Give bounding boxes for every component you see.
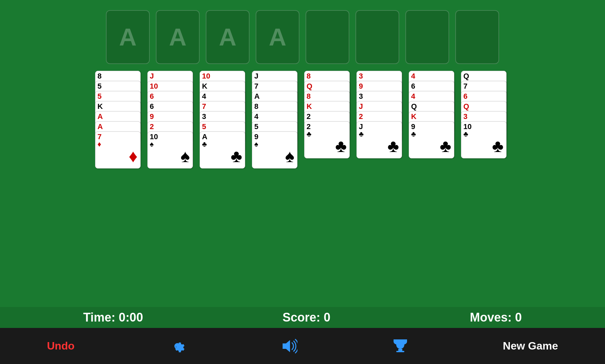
foundation-area: AAAA <box>0 0 605 71</box>
card-suit: ♣ <box>359 130 364 138</box>
svg-rect-2 <box>396 351 404 352</box>
card-rank: 8 <box>307 72 311 80</box>
card-rank: 5 <box>97 93 102 100</box>
card-rank: 7 <box>97 133 102 141</box>
card-rank: 4 <box>411 93 415 100</box>
tableau-column-0: 8 ♣ 5 ♣ 5 ♦ K ♣ <box>95 71 144 169</box>
card-rank: 10 <box>150 133 158 141</box>
card-rank: A <box>97 113 103 120</box>
moves-display: Moves: 0 <box>470 310 522 325</box>
card-rank: 6 <box>150 103 154 110</box>
card-rank: 9 <box>411 123 415 130</box>
card-center-suit: ♣ <box>492 136 503 156</box>
card-suit: ♣ <box>411 130 416 138</box>
toolbar: Undo New Game <box>0 328 605 364</box>
svg-rect-1 <box>398 349 402 351</box>
card-center-suit: ♦ <box>128 146 138 166</box>
table-row[interactable]: 7 ♦ ♦ <box>95 131 141 169</box>
new-game-label: New Game <box>503 340 558 352</box>
card-rank: J <box>359 103 363 110</box>
table-row[interactable]: 10 ♣ ♣ <box>461 121 507 158</box>
card-rank: 5 <box>254 123 258 130</box>
card-rank: 7 <box>202 103 206 110</box>
card-rank: 3 <box>202 113 206 120</box>
card-rank: A <box>254 93 260 100</box>
sound-icon <box>280 337 297 355</box>
card-rank: 6 <box>150 93 154 100</box>
card-rank: 7 <box>463 83 467 90</box>
card-rank: 4 <box>411 72 415 80</box>
table-row[interactable]: A ♣ ♣ <box>200 131 245 169</box>
tableau-area: 8 ♣ 5 ♣ 5 ♦ K ♣ <box>0 71 605 169</box>
foundation-slot-7[interactable] <box>455 10 499 64</box>
card-suit: ♣ <box>307 130 311 138</box>
tableau-column-2: 10 ♦ K ♠ 4 ♠ 7 ♥ <box>200 71 249 169</box>
foundation-slot-6[interactable] <box>405 10 449 64</box>
foundation-slot-2[interactable]: A <box>206 10 250 64</box>
card-rank: Q <box>463 103 469 110</box>
card-rank: Q <box>411 103 417 110</box>
tableau-column-1: J ♥ 10 ♥ 6 ♥ 6 ♠ <box>147 71 196 169</box>
card-rank: 6 <box>463 93 467 100</box>
foundation-slot-5[interactable] <box>355 10 399 64</box>
card-rank: 9 <box>254 133 258 141</box>
table-row[interactable]: 9 ♠ ♠ <box>252 131 297 169</box>
table-row[interactable]: 2 ♣ ♣ <box>304 121 350 158</box>
trophy-button[interactable] <box>385 334 416 358</box>
card-rank: 10 <box>202 72 210 80</box>
tableau-column-6: 4 ♥ 6 ♣ 4 ♦ Q ♠ <box>409 71 458 169</box>
card-suit: ♠ <box>254 141 258 148</box>
card-rank: 9 <box>150 113 154 120</box>
undo-button[interactable]: Undo <box>40 336 81 356</box>
card-rank: 4 <box>202 93 206 100</box>
svg-marker-0 <box>283 340 290 352</box>
new-game-button[interactable]: New Game <box>496 336 565 356</box>
card-rank: K <box>307 103 312 110</box>
card-rank: A <box>202 133 207 141</box>
card-suit: ♣ <box>202 141 207 148</box>
foundation-slot-0[interactable]: A <box>106 10 150 64</box>
card-center-suit: ♠ <box>180 146 190 166</box>
tableau-column-7: Q ♣ 7 ♣ 6 ♦ Q ♦ <box>461 71 510 169</box>
card-rank: J <box>150 72 154 80</box>
settings-button[interactable] <box>162 334 193 358</box>
time-display: Time: 0:00 <box>83 310 143 325</box>
card-center-suit: ♣ <box>387 136 399 156</box>
gear-icon <box>169 337 186 355</box>
table-row[interactable]: J ♣ ♣ <box>356 121 402 158</box>
card-rank: 3 <box>359 72 363 80</box>
card-suit: ♣ <box>463 130 468 138</box>
card-rank: J <box>254 72 258 80</box>
card-rank: 6 <box>411 83 415 90</box>
card-center-suit: ♣ <box>440 136 451 156</box>
card-rank: 2 <box>307 113 311 120</box>
card-rank: 10 <box>150 83 158 90</box>
tableau-column-5: 3 ♥ 9 ♦ 3 ♠ J ♦ <box>356 71 405 169</box>
foundation-slot-3[interactable]: A <box>256 10 299 64</box>
foundation-slot-4[interactable] <box>306 10 349 64</box>
card-rank: K <box>411 113 416 120</box>
tableau-column-4: 8 ♦ Q ♥ 8 ♥ K ♥ <box>304 71 353 169</box>
undo-label: Undo <box>47 340 75 352</box>
card-rank: 3 <box>359 93 363 100</box>
card-rank: 10 <box>463 123 471 130</box>
table-row[interactable]: 9 ♣ ♣ <box>409 121 454 158</box>
status-bar: Time: 0:00 Score: 0 Moves: 0 <box>0 307 605 328</box>
card-rank: 8 <box>254 103 258 110</box>
card-rank: 8 <box>97 72 102 80</box>
card-rank: A <box>97 123 103 130</box>
card-rank: Q <box>307 83 312 90</box>
card-rank: K <box>97 103 103 110</box>
card-rank: 4 <box>254 113 258 120</box>
sound-button[interactable] <box>273 334 304 358</box>
card-rank: J <box>359 123 363 130</box>
tableau-column-3: J ♠ 7 ♠ A ♠ 8 ♠ <box>252 71 301 169</box>
table-row[interactable]: 10 ♠ ♠ <box>147 131 193 169</box>
card-rank: 2 <box>150 123 154 130</box>
score-display: Score: 0 <box>283 310 330 325</box>
card-rank: 8 <box>307 93 311 100</box>
card-center-suit: ♠ <box>285 146 294 166</box>
card-rank: 3 <box>463 113 467 120</box>
card-rank: 7 <box>254 83 258 90</box>
foundation-slot-1[interactable]: A <box>156 10 200 64</box>
